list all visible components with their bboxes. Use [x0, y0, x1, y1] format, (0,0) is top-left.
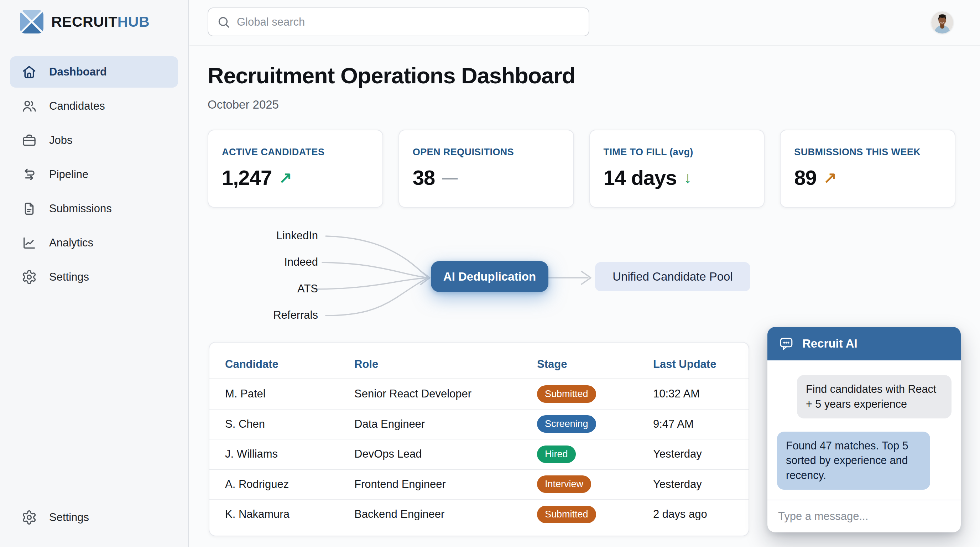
table-row[interactable]: A. Rodriguez Frontend Engineer Interview…: [209, 469, 749, 499]
gear-icon: [21, 269, 37, 285]
source-label-ats: ATS: [208, 282, 318, 295]
recruit-ai-chat-panel: Recruit AI Find candidates with React + …: [767, 327, 961, 533]
sidebar-item-label: Submissions: [49, 202, 112, 215]
sidebar-item-label: Analytics: [49, 237, 93, 249]
sidebar-item-candidates[interactable]: Candidates: [10, 91, 178, 122]
table-row[interactable]: K. Nakamura Backend Engineer Submitted 2…: [209, 499, 749, 529]
stage-badge: Interview: [537, 475, 591, 493]
sidebar-footer: Settings: [10, 502, 178, 536]
user-avatar[interactable]: [931, 11, 953, 33]
table-header-row: Candidate Role Stage Last Update: [209, 343, 749, 378]
column-header-stage[interactable]: Stage: [537, 358, 653, 371]
kpi-label: SUBMISSIONS THIS WEEK: [794, 147, 955, 158]
sidebar: RECRUITHUB Dashboard Candidates Jobs: [0, 0, 189, 547]
search-input[interactable]: [237, 16, 580, 29]
sidebar-item-jobs[interactable]: Jobs: [10, 125, 178, 156]
kpi-value: 14 days: [604, 165, 677, 189]
kpi-value: 1,247: [222, 165, 272, 189]
candidate-name: M. Patel: [225, 388, 354, 400]
chat-message-user: Find candidates with React + 5 years exp…: [797, 375, 951, 418]
kpi-label: OPEN REQUISITIONS: [413, 147, 573, 158]
brand-logo[interactable]: RECRUITHUB: [20, 10, 150, 33]
global-search: [208, 8, 589, 36]
chat-title: Recruit AI: [802, 337, 858, 350]
source-label-linkedin: LinkedIn: [208, 229, 318, 242]
kpi-card-active-candidates: ACTIVE CANDIDATES 1,247↗: [208, 130, 383, 208]
sidebar-item-settings[interactable]: Settings: [10, 261, 178, 293]
chat-message-input[interactable]: [767, 500, 961, 533]
candidates-table: Candidate Role Stage Last Update M. Pate…: [209, 342, 749, 536]
page-subtitle: October 2025: [208, 98, 279, 111]
sidebar-item-label: Jobs: [49, 134, 72, 147]
pinwheel-logo-icon: [20, 10, 43, 33]
recruithub-app: RECRUITHUB Dashboard Candidates Jobs: [0, 0, 980, 547]
kpi-value: 89: [794, 165, 816, 189]
sidebar-nav: Dashboard Candidates Jobs Pipeline: [10, 56, 178, 296]
candidate-name: A. Rodriguez: [225, 478, 354, 491]
sidebar-item-label: Dashboard: [49, 65, 107, 78]
unified-candidate-pool-node: Unified Candidate Pool: [595, 262, 750, 291]
candidate-name: J. Williams: [225, 448, 354, 461]
candidate-role: Frontend Engineer: [354, 478, 537, 491]
source-label-referrals: Referrals: [208, 309, 318, 321]
candidate-role: Backend Engineer: [354, 508, 537, 521]
flow-arrows-icon: [21, 167, 37, 182]
candidate-sources-flow-diagram: LinkedIn Indeed ATS Referrals AI Dedupli…: [208, 224, 752, 328]
kpi-card-time-to-fill: TIME TO FILL (avg) 14 days↓: [589, 130, 765, 208]
kpi-label: ACTIVE CANDIDATES: [222, 147, 382, 158]
last-update: Yesterday: [653, 478, 749, 491]
column-header-candidate[interactable]: Candidate: [225, 358, 354, 371]
column-header-role[interactable]: Role: [354, 358, 537, 371]
candidate-name: S. Chen: [225, 418, 354, 431]
candidate-name: K. Nakamura: [225, 508, 354, 521]
table-row[interactable]: M. Patel Senior React Developer Submitte…: [209, 378, 749, 409]
last-update: Yesterday: [653, 448, 749, 461]
sidebar-item-label: Settings: [49, 271, 89, 283]
page-title: Recruitment Operations Dashboard: [208, 63, 575, 88]
line-chart-icon: [21, 235, 37, 251]
last-update: 2 days ago: [653, 508, 749, 521]
home-icon: [21, 64, 37, 80]
trend-down-icon: ↓: [684, 169, 691, 187]
kpi-card-open-requisitions: OPEN REQUISITIONS 38—: [398, 130, 574, 208]
sidebar-item-pipeline[interactable]: Pipeline: [10, 159, 178, 190]
last-update: 10:32 AM: [653, 388, 749, 400]
search-icon: [217, 15, 231, 29]
chat-input-zone: [767, 499, 961, 533]
stage-badge: Submitted: [537, 506, 596, 523]
briefcase-icon: [21, 132, 37, 148]
stage-badge: Hired: [537, 445, 576, 463]
kpi-label: TIME TO FILL (avg): [604, 147, 764, 158]
sidebar-item-dashboard[interactable]: Dashboard: [10, 56, 178, 87]
last-update: 9:47 AM: [653, 418, 749, 431]
avatar-photo: [931, 11, 953, 33]
document-icon: [21, 201, 37, 216]
kpi-value: 38: [413, 165, 435, 189]
kpi-cards: ACTIVE CANDIDATES 1,247↗ OPEN REQUISITIO…: [208, 130, 955, 208]
sidebar-item-analytics[interactable]: Analytics: [10, 227, 178, 259]
chat-message-ai: Found 47 matches. Top 5 sorted by experi…: [777, 432, 930, 490]
chat-header: Recruit AI: [767, 327, 961, 360]
sidebar-item-submissions[interactable]: Submissions: [10, 193, 178, 224]
table-row[interactable]: S. Chen Data Engineer Screening 9:47 AM: [209, 409, 749, 439]
ai-deduplication-node: AI Deduplication: [431, 261, 549, 292]
trend-up-icon: ↗: [279, 169, 292, 187]
candidate-role: Senior React Developer: [354, 388, 537, 400]
trend-flat-icon: —: [442, 169, 457, 187]
chat-bubble-icon: [779, 336, 794, 351]
brand-name: RECRUITHUB: [51, 14, 150, 30]
topbar-divider: [189, 45, 980, 46]
table-row[interactable]: J. Williams DevOps Lead Hired Yesterday: [209, 439, 749, 469]
gear-icon: [21, 510, 37, 525]
stage-badge: Submitted: [537, 385, 596, 403]
column-header-last-update[interactable]: Last Update: [653, 358, 749, 371]
source-label-indeed: Indeed: [208, 256, 318, 269]
stage-badge: Screening: [537, 415, 596, 433]
sidebar-item-label: Candidates: [49, 100, 105, 113]
sidebar-item-label: Pipeline: [49, 168, 88, 181]
users-icon: [21, 98, 37, 114]
kpi-card-submissions-week: SUBMISSIONS THIS WEEK 89↗: [780, 130, 955, 208]
sidebar-item-label: Settings: [49, 511, 89, 524]
candidate-role: Data Engineer: [354, 418, 537, 431]
sidebar-footer-settings[interactable]: Settings: [10, 502, 178, 533]
